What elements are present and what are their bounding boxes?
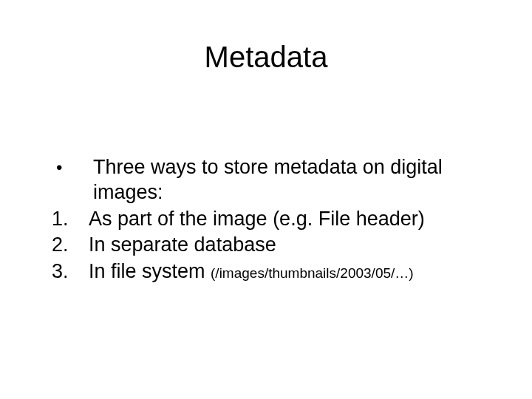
list-text: As part of the image (e.g. File header) (89, 207, 495, 232)
list-marker: 1. (52, 207, 89, 232)
list-text: In separate database (89, 233, 495, 258)
list-text-main: In file system (89, 260, 211, 282)
list-marker: 2. (52, 233, 89, 258)
list-item: 1. As part of the image (e.g. File heade… (52, 207, 495, 232)
slide-content: • Three ways to store metadata on digita… (52, 155, 495, 286)
list-marker: 3. (52, 259, 89, 284)
list-item: 2. In separate database (52, 233, 495, 258)
list-text-suffix: (/images/thumbnails/2003/05/…) (211, 265, 414, 281)
slide-title: Metadata (0, 41, 532, 74)
bullet-text: Three ways to store metadata on digital … (93, 155, 495, 205)
slide: Metadata • Three ways to store metadata … (0, 41, 532, 399)
bullet-marker: • (52, 155, 93, 205)
list-item: 3. In file system (/images/thumbnails/20… (52, 259, 495, 284)
bullet-item: • Three ways to store metadata on digita… (52, 155, 495, 205)
list-text: In file system (/images/thumbnails/2003/… (89, 259, 495, 284)
